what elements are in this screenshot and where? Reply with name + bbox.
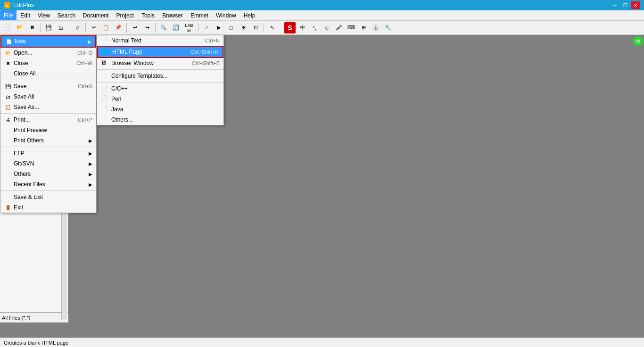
toolbar-keyboard[interactable]: ⌨	[346, 22, 357, 33]
toolbar-abc[interactable]: LAB⊞	[182, 22, 196, 33]
menu-item-close-all[interactable]: Close All	[0, 68, 96, 79]
menu-item-save-as[interactable]: 📋 Save As...	[0, 102, 96, 112]
submenu-normal-text[interactable]: 📄 Normal Text Ctrl+N	[97, 35, 223, 46]
submenu-sep2	[97, 82, 223, 83]
open-icon: 📂	[4, 49, 12, 57]
toolbar-redo[interactable]: ↪	[141, 22, 153, 33]
minimize-button[interactable]: ─	[610, 1, 619, 9]
c-cpp-label: C/C++	[111, 85, 220, 92]
toolbar: 📄 📂 ✖ 💾 🗂 🖨 ✂ 📋 📌 ↩ ↪ 🔍 🔄 LAB⊞ ✓ ▶ □ ⊞ ⊡…	[0, 21, 644, 35]
menu-item-exit[interactable]: 🚪 Exit	[0, 202, 96, 213]
menu-browser[interactable]: Browser	[158, 10, 187, 20]
close-all-label: Close All	[14, 70, 92, 77]
recent-files-arrow: ▶	[89, 182, 92, 187]
green-status-icon: 52	[633, 36, 643, 46]
file-filter-select[interactable]: All Files (*.*)	[0, 313, 68, 322]
submenu-configure-templates[interactable]: Configure Templates...	[97, 71, 223, 81]
toolbar-skin[interactable]: 👔	[370, 22, 381, 33]
submenu-c-cpp[interactable]: 📄 C/C++	[97, 83, 223, 94]
ftp-arrow: ▶	[89, 151, 92, 156]
toolbar-tools2[interactable]: 🔧	[382, 22, 394, 33]
menu-item-save[interactable]: 💾 Save Ctrl+S	[0, 81, 96, 91]
normal-text-shortcut: Ctrl+N	[205, 38, 220, 43]
print-preview-label: Print Preview	[14, 127, 92, 133]
perl-label: Perl	[111, 96, 220, 102]
toolbar-find[interactable]: 🔍	[158, 22, 169, 33]
menu-item-close[interactable]: ✖ Close Ctrl+W	[0, 58, 96, 68]
toolbar-save-all[interactable]: 🗂	[55, 22, 66, 33]
toolbar-sep6	[198, 23, 198, 33]
toolbar-sep1	[40, 23, 41, 33]
menu-item-ftp[interactable]: FTP ▶	[0, 148, 96, 158]
perl-icon: 📄	[101, 95, 108, 103]
menu-file[interactable]: File	[0, 10, 17, 20]
menu-sep1	[0, 80, 96, 80]
toolbar-undo[interactable]: ↩	[129, 22, 140, 33]
toolbar-new[interactable]: 📄	[2, 22, 13, 33]
submenu-html-page[interactable]: 🌐 HTML Page Ctrl+Shift+N	[97, 46, 223, 58]
status-text: Creates a blank HTML page	[4, 340, 68, 346]
toolbar-b1[interactable]: □	[225, 22, 237, 33]
submenu-java[interactable]: 📄 Java	[97, 104, 223, 115]
menu-document[interactable]: Document	[79, 10, 113, 20]
app-title: EditPlus	[13, 2, 34, 8]
toolbar-b3[interactable]: ⊡	[250, 22, 261, 33]
restore-button[interactable]: ❐	[620, 1, 630, 9]
toolbar-replace[interactable]: 🔄	[170, 22, 182, 33]
save-icon: 💾	[4, 83, 12, 90]
recent-files-icon	[4, 181, 12, 188]
menu-item-open[interactable]: 📂 Open... Ctrl+O	[0, 48, 96, 58]
toolbar-run[interactable]: ▶	[213, 22, 224, 33]
toolbar-soft-kb[interactable]: ⊞	[358, 22, 369, 33]
menu-item-new[interactable]: 📄 New ▶	[0, 35, 96, 48]
toolbar-close[interactable]: ✖	[26, 22, 38, 33]
menu-project[interactable]: Project	[113, 10, 138, 20]
menu-item-git-svn[interactable]: Git/SVN ▶	[0, 158, 96, 169]
toolbar-print[interactable]: 🖨	[72, 22, 83, 33]
toolbar-copy[interactable]: 📋	[100, 22, 112, 33]
new-label: New	[15, 38, 88, 45]
submenu-others[interactable]: Others...	[97, 115, 223, 125]
toolbar-paste[interactable]: 📌	[113, 22, 124, 33]
menu-help[interactable]: Help	[240, 10, 259, 20]
menu-item-print[interactable]: 🖨 Print... Ctrl+P	[0, 115, 96, 125]
close-button[interactable]: ✕	[631, 1, 640, 9]
print-preview-icon	[4, 126, 12, 134]
toolbar-cut[interactable]: ✂	[88, 22, 99, 33]
toolbar-chinese[interactable]: 中	[297, 22, 308, 33]
html-page-label: HTML Page	[112, 49, 190, 55]
menu-tools[interactable]: Tools	[138, 10, 158, 20]
menu-search[interactable]: Search	[54, 10, 79, 20]
open-shortcut: Ctrl+O	[77, 50, 92, 56]
submenu-browser-window[interactable]: 🖥 Browser Window Ctrl+Shift+B	[97, 58, 223, 68]
toolbar-punct[interactable]: °,	[309, 22, 320, 33]
git-svn-icon	[4, 160, 12, 167]
toolbar-open[interactable]: 📂	[14, 22, 25, 33]
submenu-perl[interactable]: 📄 Perl	[97, 94, 223, 104]
menu-item-others[interactable]: Others ▶	[0, 169, 96, 179]
menu-item-print-preview[interactable]: Print Preview	[0, 125, 96, 135]
menu-emmet[interactable]: Emmet	[187, 10, 212, 20]
menu-view[interactable]: View	[34, 10, 54, 20]
menu-item-recent-files[interactable]: Recent Files ▶	[0, 179, 96, 190]
toolbar-voice[interactable]: 🎤	[333, 22, 345, 33]
file-filter[interactable]: All Files (*.*)	[0, 312, 68, 322]
toolbar-emoji[interactable]: ☺	[321, 22, 332, 33]
menu-item-save-all[interactable]: 🗂 Save All	[0, 91, 96, 102]
toolbar-cursor[interactable]: ↖	[266, 22, 278, 33]
toolbar-sep4	[126, 23, 127, 33]
print-label: Print...	[14, 116, 68, 123]
toolbar-check[interactable]: ✓	[201, 22, 212, 33]
menu-edit[interactable]: Edit	[17, 10, 34, 20]
print-shortcut: Ctrl+P	[78, 117, 92, 123]
menu-window[interactable]: Window	[212, 10, 240, 20]
menu-item-save-exit[interactable]: Save & Exit	[0, 192, 96, 202]
print-others-label: Print Others	[14, 137, 89, 144]
java-icon: 📄	[101, 106, 108, 113]
toolbar-b2[interactable]: ⊞	[238, 22, 249, 33]
menu-item-print-others[interactable]: Print Others ▶	[0, 135, 96, 146]
close-shortcut: Ctrl+W	[76, 60, 92, 66]
menu-sep4	[0, 190, 96, 191]
toolbar-save[interactable]: 💾	[43, 22, 54, 33]
toolbar-sep7	[264, 23, 264, 33]
